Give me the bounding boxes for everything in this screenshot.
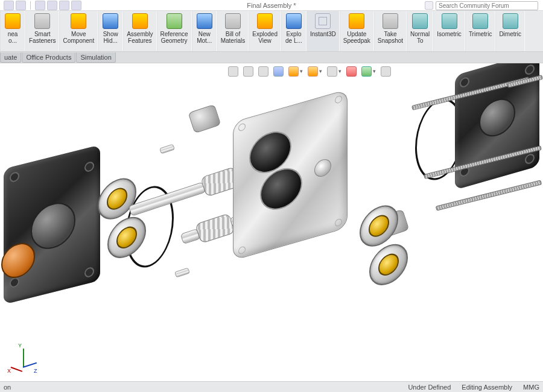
bom-icon — [225, 13, 241, 29]
status-constraint: Under Defined — [408, 384, 451, 391]
qat-save-icon[interactable] — [35, 1, 45, 10]
document-title: Final Assembly * — [247, 2, 296, 9]
status-bar: on Under Defined Editing Assembly MMG — [0, 381, 543, 392]
triad-z-axis-icon — [23, 362, 37, 368]
triad-y-axis-icon — [23, 349, 24, 367]
chevron-down-icon[interactable]: ▾ — [338, 68, 341, 74]
part-bushing-right — [357, 192, 413, 302]
apply-scene-icon[interactable] — [361, 66, 372, 77]
ribbon-explode-line-button[interactable]: Explo de L... — [281, 11, 306, 51]
view-toolbar: ▾ ▾ ▾ ▾ — [228, 65, 391, 77]
zoom-fit-icon[interactable] — [228, 66, 238, 77]
search-wrap — [425, 0, 538, 11]
triad-y-label: Y — [18, 343, 22, 349]
ribbon-bom-button[interactable]: Bill of Materials — [217, 11, 249, 51]
ribbon-show-hidden-button[interactable]: Show Hid... — [98, 11, 123, 51]
triad-x-label: X — [7, 368, 11, 374]
dimetric-icon — [503, 13, 518, 29]
instant3d-icon — [315, 13, 331, 29]
ribbon-exploded-view-button[interactable]: Exploded View — [249, 11, 281, 51]
status-mode: Editing Assembly — [462, 384, 512, 391]
search-icon[interactable] — [425, 1, 433, 10]
qat-open-icon[interactable] — [16, 1, 26, 10]
move-icon — [71, 13, 86, 29]
status-units: MMG — [523, 384, 539, 391]
trimetric-icon — [472, 13, 488, 29]
search-input[interactable] — [436, 1, 538, 10]
exploded-model — [0, 63, 543, 381]
part-dowel-pin — [159, 144, 175, 154]
ribbon-linear-pattern-button[interactable]: nea o... — [0, 11, 25, 51]
zoom-area-icon[interactable] — [243, 66, 253, 77]
chevron-down-icon[interactable]: ▾ — [373, 68, 376, 74]
triad-x-axis-icon — [11, 367, 22, 372]
motion-icon — [197, 13, 212, 29]
quick-access-toolbar — [0, 1, 81, 10]
ribbon-update-speedpak-button[interactable]: Update Speedpak — [340, 11, 374, 51]
exploded-icon — [257, 13, 273, 29]
hide-show-icon[interactable] — [327, 66, 337, 77]
ribbon-move-component-button[interactable]: Move Component — [59, 11, 98, 51]
tab-simulation[interactable]: Simulation — [76, 52, 115, 63]
qat-options-icon[interactable] — [71, 1, 81, 10]
features-icon — [132, 13, 148, 29]
edit-appearance-icon[interactable] — [346, 66, 357, 77]
prev-view-icon[interactable] — [258, 66, 268, 77]
ribbon-isometric-button[interactable]: Isometric — [433, 11, 465, 51]
view-orientation-icon[interactable] — [288, 66, 299, 77]
pattern-icon — [5, 13, 21, 29]
qat-undo-icon[interactable] — [59, 1, 69, 10]
ribbon-take-snapshot-button[interactable]: Take Snapshot — [374, 11, 407, 51]
title-bar: Final Assembly * — [0, 0, 543, 11]
speedpak-icon — [349, 13, 364, 29]
orientation-triad[interactable]: Y X Z — [7, 343, 43, 379]
ribbon: nea o... Smart Fasteners Move Component … — [0, 11, 543, 52]
ribbon-smart-fasteners-button[interactable]: Smart Fasteners — [25, 11, 59, 51]
part-housing — [233, 89, 348, 261]
section-view-icon[interactable] — [273, 66, 284, 77]
part-dowel-pin — [174, 268, 190, 278]
part-bolt — [436, 180, 542, 210]
chevron-down-icon[interactable]: ▾ — [300, 68, 303, 74]
eye-icon — [103, 13, 118, 29]
isometric-icon — [442, 13, 457, 29]
ref-geom-icon — [167, 13, 182, 29]
fastener-icon — [34, 13, 50, 29]
ribbon-normal-to-button[interactable]: Normal To — [407, 11, 433, 51]
part-front-plate — [4, 145, 100, 305]
qat-print-icon[interactable] — [47, 1, 57, 10]
tab-office-products[interactable]: Office Products — [22, 52, 75, 63]
ribbon-reference-geometry-button[interactable]: Reference Geometry — [157, 11, 192, 51]
camera-icon — [383, 13, 398, 29]
command-tabs: uate Office Products Simulation — [0, 52, 543, 63]
triad-z-label: Z — [34, 368, 37, 374]
chevron-down-icon[interactable]: ▾ — [319, 68, 322, 74]
status-left: on — [0, 384, 11, 391]
expline-icon — [286, 13, 302, 29]
ribbon-new-motion-button[interactable]: New Mot... — [192, 11, 217, 51]
part-plug-top — [188, 104, 221, 133]
ribbon-assembly-features-button[interactable]: Assembly Features — [123, 11, 156, 51]
ribbon-dimetric-button[interactable]: Dimetric — [495, 11, 525, 51]
qat-separator — [30, 1, 31, 10]
tab-evaluate[interactable]: uate — [0, 52, 21, 63]
view-settings-icon[interactable] — [381, 66, 391, 77]
ribbon-trimetric-button[interactable]: Trimetric — [465, 11, 496, 51]
qat-new-icon[interactable] — [4, 1, 14, 10]
graphics-viewport[interactable]: Y X Z — [0, 63, 543, 381]
ribbon-instant3d-button[interactable]: Instant3D — [306, 11, 340, 51]
normalto-icon — [412, 13, 428, 29]
display-style-icon[interactable] — [308, 66, 318, 77]
